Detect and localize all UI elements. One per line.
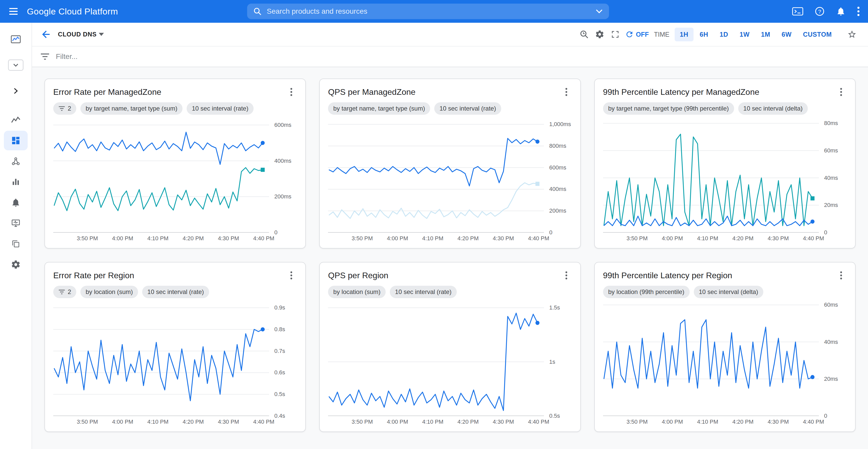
sidebar-item-alerting-bell-icon[interactable] <box>4 193 28 212</box>
y-tick-label: 60ms <box>824 301 838 308</box>
filter-input[interactable] <box>56 53 860 61</box>
y-axis-labels: 020ms40ms60ms80ms <box>819 118 847 243</box>
chart-chips: 2by target name, target type (sum)10 sec… <box>53 102 297 115</box>
series-zone-b <box>329 183 538 218</box>
time-range-1m[interactable]: 1M <box>756 28 775 41</box>
time-range-1w[interactable]: 1W <box>734 28 755 41</box>
chart-plot-area[interactable]: 3:50 PM4:00 PM4:10 PM4:20 PM4:30 PM4:40 … <box>603 301 819 426</box>
more-vert-icon[interactable] <box>857 6 860 16</box>
series-region-a <box>604 320 812 388</box>
chart-chip[interactable]: by location (sum) <box>328 286 386 298</box>
y-axis-labels: 0.5s1s1.5s <box>544 301 572 426</box>
y-tick-label: 0.5s <box>549 413 560 419</box>
notifications-bell-icon[interactable] <box>836 6 846 16</box>
x-axis-labels: 3:50 PM4:00 PM4:10 PM4:20 PM4:30 PM4:40 … <box>328 235 544 243</box>
chart-plot[interactable] <box>328 118 544 232</box>
chart-chip[interactable]: 10 sec interval (rate) <box>187 102 254 115</box>
x-tick-label: 4:00 PM <box>112 235 133 242</box>
sidebar-item-groups[interactable] <box>4 151 28 171</box>
favorite-star-icon[interactable] <box>844 27 860 42</box>
chip-label: by target name, target type (99th percen… <box>608 105 729 111</box>
chart-chip[interactable]: by target name, target type (99th percen… <box>603 102 734 115</box>
y-tick-label: 80ms <box>824 120 838 127</box>
sidebar-item-dashboards[interactable] <box>4 131 28 150</box>
chart-plot-area[interactable]: 3:50 PM4:00 PM4:10 PM4:20 PM4:30 PM4:40 … <box>603 118 819 243</box>
sidebar-item-settings-gear-icon[interactable] <box>4 255 28 275</box>
y-tick-label: 800ms <box>549 142 566 149</box>
product-logo[interactable]: Google Cloud Platform <box>27 6 118 17</box>
fullscreen-icon[interactable] <box>608 27 623 42</box>
x-tick-label: 4:20 PM <box>183 418 204 425</box>
sidebar-item-uptime-checks[interactable] <box>4 214 28 233</box>
chart-plot-area[interactable]: 3:50 PM4:00 PM4:10 PM4:20 PM4:30 PM4:40 … <box>328 118 544 243</box>
sidebar-expand-chevron-icon[interactable] <box>4 81 28 101</box>
chart-menu-icon[interactable] <box>561 270 572 281</box>
chart-menu-icon[interactable] <box>286 86 297 98</box>
chart-chip[interactable]: 10 sec interval (delta) <box>738 102 808 115</box>
y-tick-label: 0.9s <box>274 304 285 311</box>
back-arrow-icon[interactable] <box>37 26 55 43</box>
sidebar-item-integrations[interactable] <box>4 234 28 254</box>
chart-plot-area[interactable]: 3:50 PM4:00 PM4:10 PM4:20 PM4:30 PM4:40 … <box>53 301 269 426</box>
auto-refresh-toggle[interactable]: OFF <box>625 30 649 39</box>
breadcrumb-caret-icon[interactable] <box>99 33 104 36</box>
time-range-6h[interactable]: 6H <box>694 28 713 41</box>
chevron-down-icon[interactable] <box>595 9 603 14</box>
x-tick-label: 3:50 PM <box>351 235 373 242</box>
chart-menu-icon[interactable] <box>835 270 847 281</box>
series-zone-a <box>54 132 262 165</box>
time-range-custom[interactable]: CUSTOM <box>798 28 837 41</box>
x-tick-label: 4:30 PM <box>218 235 239 242</box>
chart-menu-icon[interactable] <box>835 86 847 98</box>
hamburger-menu-icon[interactable] <box>0 0 27 23</box>
gcp-header: Google Cloud Platform Search products an… <box>0 0 868 23</box>
chart-filter-chip[interactable]: 2 <box>53 102 76 115</box>
global-search-input[interactable]: Search products and resources <box>247 4 609 19</box>
chart-plot[interactable] <box>603 301 819 416</box>
chart-plot[interactable] <box>53 301 269 416</box>
chart-plot[interactable] <box>603 118 819 232</box>
help-icon[interactable]: ? <box>815 6 825 16</box>
chart-chip[interactable]: by location (99th percentile) <box>603 286 690 298</box>
chip-label: 10 sec interval (rate) <box>147 289 204 295</box>
chart-card: QPS per ManagedZoneby target name, targe… <box>319 78 581 249</box>
chart-plot-area[interactable]: 3:50 PM4:00 PM4:10 PM4:20 PM4:30 PM4:40 … <box>328 301 544 426</box>
chart-plot[interactable] <box>53 118 269 232</box>
x-axis-labels: 3:50 PM4:00 PM4:10 PM4:20 PM4:30 PM4:40 … <box>328 418 544 426</box>
x-axis-labels: 3:50 PM4:00 PM4:10 PM4:20 PM4:30 PM4:40 … <box>53 235 269 243</box>
chart-plot-area[interactable]: 3:50 PM4:00 PM4:10 PM4:20 PM4:30 PM4:40 … <box>53 118 269 243</box>
time-range-1d[interactable]: 1D <box>714 28 733 41</box>
chart-chips: by target name, target type (99th percen… <box>603 102 847 115</box>
chart-plot[interactable] <box>328 301 544 416</box>
breadcrumb[interactable]: CLOUD DNS <box>58 31 97 38</box>
chip-label: 10 sec interval (rate) <box>439 105 496 111</box>
chart-menu-icon[interactable] <box>561 86 572 98</box>
dashboard-settings-gear-icon[interactable] <box>592 27 608 42</box>
y-tick-label: 20ms <box>824 202 838 209</box>
chart-filter-chip[interactable]: 2 <box>53 286 76 298</box>
y-tick-label: 1.5s <box>549 304 560 311</box>
y-axis-labels: 020ms40ms60ms <box>819 301 847 426</box>
chip-label: 2 <box>68 105 71 111</box>
chart-chip[interactable]: by target name, target type (sum) <box>81 102 183 115</box>
sidebar-item-monitoring-logo-icon[interactable] <box>4 29 28 49</box>
chart-chip[interactable]: 10 sec interval (rate) <box>434 102 501 115</box>
chart-chip[interactable]: by target name, target type (sum) <box>328 102 430 115</box>
chart-chip[interactable]: 10 sec interval (delta) <box>694 286 763 298</box>
y-tick-label: 200ms <box>549 207 566 214</box>
search-icon <box>253 7 261 15</box>
y-tick-label: 40ms <box>824 339 838 345</box>
search-in-chart-icon[interactable] <box>577 27 592 42</box>
time-range-1h[interactable]: 1H <box>675 28 693 41</box>
time-range-6w[interactable]: 6W <box>776 28 797 41</box>
y-tick-label: 0 <box>274 229 277 236</box>
sidebar-item-metrics-explorer[interactable] <box>4 110 28 130</box>
cloud-shell-icon[interactable] <box>792 7 803 16</box>
chart-menu-icon[interactable] <box>286 270 297 281</box>
chart-chip[interactable]: by location (sum) <box>81 286 138 298</box>
chip-label: 10 sec interval (delta) <box>699 289 758 295</box>
chart-chip[interactable]: 10 sec interval (rate) <box>390 286 457 298</box>
chart-chip[interactable]: 10 sec interval (rate) <box>142 286 209 298</box>
sidebar-item-services[interactable] <box>4 172 28 192</box>
scope-picker-dropdown[interactable] <box>4 55 28 75</box>
